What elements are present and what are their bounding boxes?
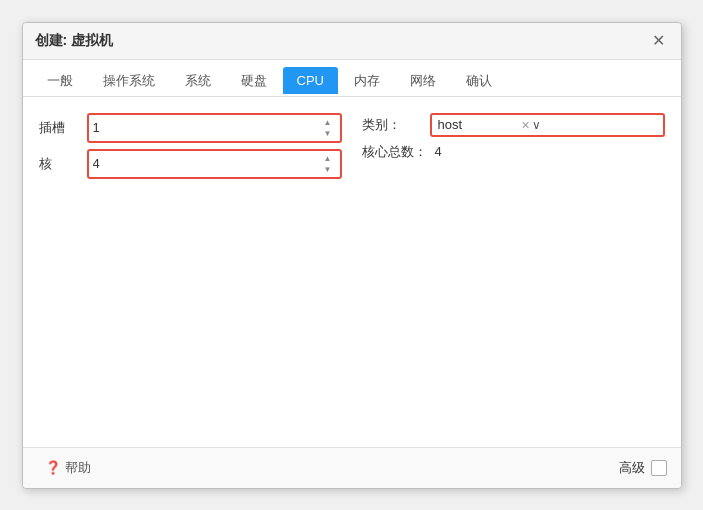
help-button[interactable]: ❓ 帮助	[37, 456, 99, 480]
slot-spinner-up[interactable]: ▲	[320, 117, 336, 128]
type-row: 类别： × ∨	[362, 113, 665, 137]
clear-icon[interactable]: ×	[522, 117, 530, 133]
dropdown-icon[interactable]: ∨	[532, 118, 541, 132]
create-vm-dialog: 创建: 虚拟机 ✕ 一般 操作系统 系统 硬盘 CPU 内存 网络 确认 插	[22, 22, 682, 489]
help-label: 帮助	[65, 459, 91, 477]
total-cores-row: 核心总数： 4	[362, 143, 665, 161]
advanced-checkbox[interactable]	[651, 460, 667, 476]
slot-input[interactable]	[93, 120, 133, 135]
type-input[interactable]	[438, 117, 518, 132]
cpu-form: 插槽 ▲ ▼ 核	[39, 113, 665, 179]
core-label: 核	[39, 155, 79, 173]
tab-os[interactable]: 操作系统	[89, 66, 169, 96]
type-field[interactable]: × ∨	[430, 113, 665, 137]
tab-network[interactable]: 网络	[396, 66, 450, 96]
title-bar: 创建: 虚拟机 ✕	[23, 23, 681, 60]
right-column: 类别： × ∨ 核心总数： 4	[362, 113, 665, 179]
tab-general[interactable]: 一般	[33, 66, 87, 96]
dialog-title: 创建: 虚拟机	[35, 32, 114, 50]
advanced-label: 高级	[619, 459, 645, 477]
total-cores-value: 4	[435, 144, 442, 159]
dialog-footer: ❓ 帮助 高级	[23, 447, 681, 488]
core-input[interactable]	[93, 156, 133, 171]
tab-confirm[interactable]: 确认	[452, 66, 506, 96]
slot-spinner[interactable]: ▲ ▼	[320, 117, 336, 139]
close-button[interactable]: ✕	[649, 31, 669, 51]
core-field[interactable]: ▲ ▼	[87, 149, 342, 179]
tab-memory[interactable]: 内存	[340, 66, 394, 96]
slot-label: 插槽	[39, 119, 79, 137]
close-icon: ✕	[652, 31, 665, 50]
content-area: 插槽 ▲ ▼ 核	[23, 97, 681, 447]
slot-spinner-down[interactable]: ▼	[320, 128, 336, 139]
tab-disk[interactable]: 硬盘	[227, 66, 281, 96]
core-row: 核 ▲ ▼	[39, 149, 342, 179]
slot-row: 插槽 ▲ ▼	[39, 113, 342, 143]
tab-system[interactable]: 系统	[171, 66, 225, 96]
core-spinner[interactable]: ▲ ▼	[320, 153, 336, 175]
core-spinner-up[interactable]: ▲	[320, 153, 336, 164]
help-icon: ❓	[45, 460, 61, 475]
core-spinner-down[interactable]: ▼	[320, 164, 336, 175]
total-cores-label: 核心总数：	[362, 143, 427, 161]
slot-field[interactable]: ▲ ▼	[87, 113, 342, 143]
tab-cpu[interactable]: CPU	[283, 67, 338, 94]
advanced-area: 高级	[619, 459, 667, 477]
tab-bar: 一般 操作系统 系统 硬盘 CPU 内存 网络 确认	[23, 60, 681, 97]
left-column: 插槽 ▲ ▼ 核	[39, 113, 342, 179]
type-label: 类别：	[362, 116, 422, 134]
